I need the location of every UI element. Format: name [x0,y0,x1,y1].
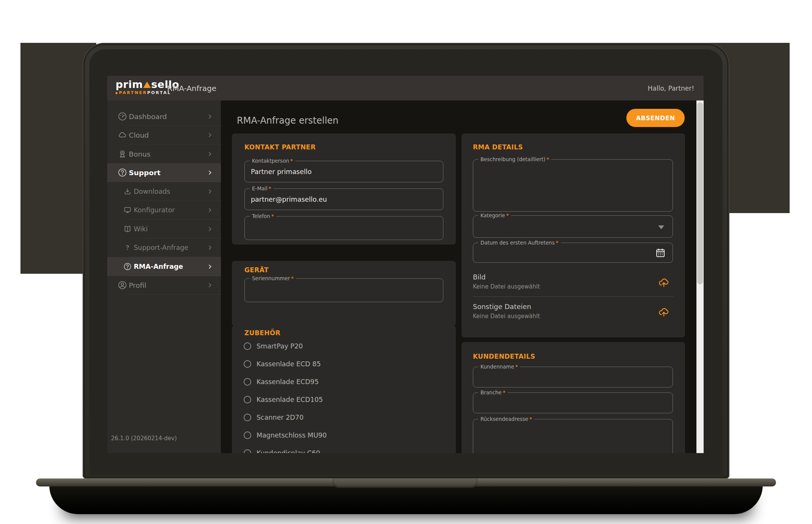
kundenname-field[interactable]: Kundenname* [473,367,673,388]
sidebar-item-bonus[interactable]: Bonus › [107,144,221,163]
chevron-right-icon: › [208,148,212,159]
absenden-button[interactable]: ABSENDEN [626,109,685,127]
seriennummer-input[interactable] [245,279,443,302]
upload-dateien-status: Keine Datei ausgewählt [473,313,540,320]
branche-input[interactable] [473,393,673,413]
book-icon [123,224,132,233]
topbar-page-title: RMA-Anfrage [167,84,216,93]
seriennummer-field[interactable]: Seriennummer* [244,278,443,302]
scrollbar-thumb[interactable] [697,102,703,284]
section-title-geraet: GERÄT [244,266,269,274]
calendar-icon[interactable] [655,248,666,258]
help-circle-icon [117,168,127,177]
zubehoer-option[interactable]: Kassenlade ECD95 [244,377,319,386]
cloud-icon [117,130,127,140]
zubehoer-option[interactable]: Scanner 2D70 [244,413,304,422]
section-title-kundendetails: KUNDENDETAILS [473,353,535,360]
cloud-upload-icon[interactable] [658,277,670,288]
sidebar-item-label: Downloads [134,188,170,195]
sidebar-item-label: Dashboard [129,112,167,120]
award-icon [117,149,127,159]
geraet-card: GERÄT Seriennummer* [232,261,456,326]
sidebar-item-profil[interactable]: Profil › [107,276,221,295]
sidebar-item-label: RMA-Anfrage [134,263,183,270]
sidebar-item-rma-anfrage[interactable]: RMA-Anfrage › [107,257,221,276]
zubehoer-option[interactable]: SmartPay P20 [244,342,303,351]
scene: primsello PARTNERPORTAL RMA-Anfrage Hall… [0,0,812,524]
radio-icon[interactable] [244,360,251,368]
radio-icon[interactable] [244,396,251,403]
section-title-kontakt-partner: KONTAKT PARTNER [244,143,316,151]
radio-icon[interactable] [244,342,251,350]
partner-portal-app: primsello PARTNERPORTAL RMA-Anfrage Hall… [107,76,704,453]
radio-icon[interactable] [244,414,251,421]
radio-icon[interactable] [244,378,251,386]
email-field[interactable]: E-Mail* [244,188,443,210]
datum-field[interactable]: Datum des ersten Auftretens* [473,243,673,263]
telefon-input[interactable] [245,217,443,240]
telefon-field[interactable]: Telefon* [244,216,443,240]
field-label: Beschreibung (detailliert)* [478,156,551,162]
ruecksendeadresse-field[interactable]: Rücksendeadresse* [473,419,673,453]
radio-icon[interactable] [244,431,251,439]
user-greeting: Hallo, Partner! [648,85,694,92]
sidebar-item-support[interactable]: Support › [107,163,221,182]
scrollbar-track[interactable] [696,100,704,453]
zubehoer-option[interactable]: Kassenlade ECD105 [244,395,323,404]
zubehoer-option[interactable]: Kundendisplay C60 [244,449,320,453]
sidebar-item-label: Konfigurator [134,206,175,214]
beschreibung-field[interactable]: Beschreibung (detailliert)* [473,159,673,212]
branche-field[interactable]: Branche* [473,392,673,413]
kontaktperson-field[interactable]: Kontaktperson* [244,161,443,182]
chevron-right-icon: › [208,260,212,272]
field-label: E-Mail* [250,185,274,191]
sidebar-item-label: Bonus [129,150,150,158]
chevron-right-icon: › [208,129,212,141]
upload-bild-label: Bild [473,273,486,281]
ruecksendeadresse-textarea[interactable] [473,419,673,453]
sidebar-item-label: Cloud [129,131,149,139]
kontaktperson-input[interactable] [245,161,443,182]
question-icon [123,243,132,252]
sidebar-item-label: Wiki [134,225,148,233]
page-title: RMA-Anfrage erstellen [237,115,338,126]
field-label: Branche* [478,389,508,395]
radio-icon[interactable] [244,449,251,453]
monitor-icon [123,206,132,215]
chevron-right-icon: › [208,185,212,197]
sidebar-item-cloud[interactable]: Cloud › [107,126,221,145]
section-title-zubehoer: ZUBEHÖR [244,329,280,337]
cloud-upload-icon[interactable] [658,306,670,318]
sidebar-item-dashboard[interactable]: Dashboard › [107,107,221,126]
sidebar-item-downloads[interactable]: Downloads › [107,182,221,201]
sidebar-item-label: Support [129,169,161,177]
kundenname-input[interactable] [473,367,673,387]
laptop-base-underside [49,485,763,514]
sidebar-item-wiki[interactable]: Wiki › [107,220,221,238]
zubehoer-option[interactable]: Magnetschloss MU90 [244,431,327,440]
field-label: Rücksendeadresse* [478,416,534,422]
kategorie-field[interactable]: Kategorie* [473,215,673,238]
chevron-right-icon: › [208,167,212,178]
help-circle-icon [123,262,132,271]
zubehoer-option[interactable]: Kassenlade ECD 85 [244,359,321,369]
field-label: Datum des ersten Auftretens* [478,240,561,246]
chevron-right-icon: › [208,242,212,253]
laptop-base-notch [333,479,477,488]
logo-triangle-icon [143,82,151,88]
kundendetails-card: KUNDENDETAILS Kundenname* Branche* Rücks… [462,342,685,453]
email-input[interactable] [245,189,443,210]
section-title-rma-details: RMA DETAILS [473,143,523,151]
dropdown-arrow-icon[interactable] [658,225,664,229]
field-label: Kundenname* [478,364,520,370]
kontakt-partner-card: KONTAKT PARTNER Kontaktperson* E-Mail* T… [232,133,456,245]
main-content: RMA-Anfrage erstellen ABSENDEN KONTAKT P… [221,100,704,453]
field-label: Seriennummer* [250,275,296,281]
sidebar-item-support-anfrage[interactable]: Support-Anfrage › [107,238,221,257]
gauge-icon [117,111,127,121]
sidebar-item-konfigurator[interactable]: Konfigurator › [107,201,221,220]
beschreibung-textarea[interactable] [473,160,673,211]
chevron-right-icon: › [208,110,212,122]
sidebar-nav: Dashboard › Cloud › Bonus › Support › [107,107,221,295]
app-version: 26.1.0 (20260214-dev) [111,435,177,442]
